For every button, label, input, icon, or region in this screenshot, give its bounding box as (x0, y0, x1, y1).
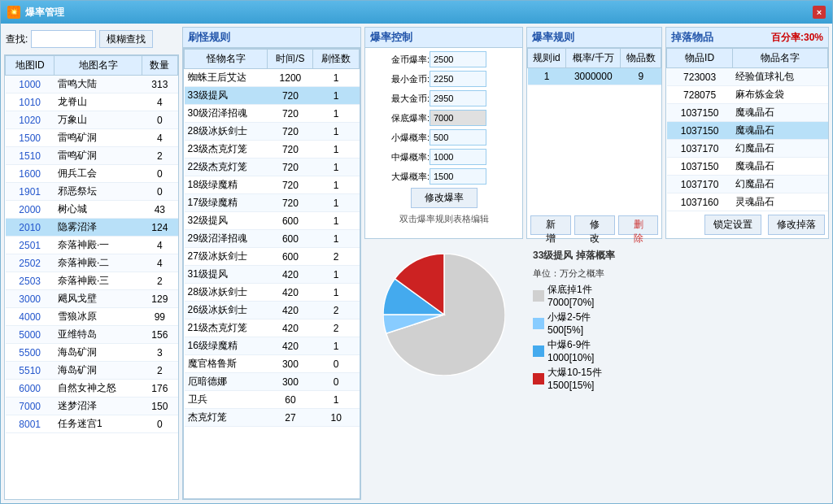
drop-row[interactable]: 723003经验值球礼包 (667, 68, 828, 86)
rate-label-min_gold: 最小金币: (369, 73, 430, 85)
drop-table-container[interactable]: 物品ID 物品名字 723003经验值球礼包728075麻布炼金袋1037150… (666, 48, 828, 211)
main-window: 💥 爆率管理 × 查找: 模糊查找 地图ID 地图名字 数量 (0, 0, 833, 504)
monster-row[interactable]: 28级冰妖剑士7201 (185, 123, 360, 141)
lock-settings-button[interactable]: 锁定设置 (704, 215, 761, 235)
monster-row[interactable]: 27级冰妖剑士6002 (185, 248, 360, 266)
window-title: 爆率管理 (25, 6, 64, 20)
rate-input-min_gold[interactable] (430, 71, 486, 87)
map-row[interactable]: 2502奈落神殿·二4 (6, 254, 178, 272)
map-row[interactable]: 2503奈落神殿·三2 (6, 272, 178, 290)
map-row[interactable]: 5510海岛矿洞2 (6, 362, 178, 380)
rate-row-min_gold: 最小金币: (369, 71, 519, 87)
map-row[interactable]: 1901邪恶祭坛0 (6, 183, 178, 201)
double-click-hint: 双击爆率规则表格编辑 (369, 211, 519, 227)
drop-row[interactable]: 1037150魔魂晶石 (667, 122, 828, 140)
drop-row[interactable]: 1037150魔魂晶石 (667, 158, 828, 176)
rule-count-header: 物品数 (621, 49, 661, 68)
drop-row[interactable]: 1037160灵魂晶石 (667, 193, 828, 211)
monster-row[interactable]: 26级冰妖剑士4202 (185, 302, 360, 319)
rate-row-mid_rate: 中爆概率: (369, 149, 519, 165)
chart-area: 33级提风 掉落概率 单位：万分之概率 保底掉1件 7000[70%]小爆2-5… (364, 242, 829, 500)
map-id-header: 地图ID (6, 56, 55, 76)
monster-row[interactable]: 22级杰克灯笼7201 (185, 159, 360, 176)
map-row[interactable]: 1020万象山0 (6, 111, 178, 129)
item-id-header: 物品ID (667, 49, 732, 68)
monster-panel: 刷怪规则 怪物名字 时间/S 刷怪数 蜘蛛王后艾达1200133级提风72013… (182, 27, 361, 500)
monster-row[interactable]: 17级绿魔精7201 (185, 194, 360, 212)
map-table-container[interactable]: 地图ID 地图名字 数量 1000雷鸣大陆3131010龙脊山41020万象山0… (4, 54, 179, 500)
monster-row[interactable]: 31级提风4201 (185, 266, 360, 284)
modify-rule-button[interactable]: 修改 (574, 215, 615, 235)
rate-input-big_rate[interactable] (430, 168, 486, 185)
left-panel: 查找: 模糊查找 地图ID 地图名字 数量 1000雷鸣大陆3131010龙脊山… (4, 27, 179, 500)
right-section: 爆率控制 金币爆率:最小金币:最大金币:保底爆率:小爆概率:中爆概率:大爆概率:… (364, 27, 829, 500)
fuzzy-search-button[interactable]: 模糊查找 (99, 30, 153, 48)
rate-input-gold_rate[interactable] (430, 51, 486, 67)
rate-input-small_rate[interactable] (430, 129, 486, 146)
monster-row[interactable]: 30级沼泽招魂7201 (185, 105, 360, 123)
explosion-rules-table-container[interactable]: 规则id 概率/千万 物品数 130000009 (527, 48, 661, 212)
drop-row[interactable]: 1037170幻魔晶石 (667, 140, 828, 158)
monster-row[interactable]: 29级沼泽招魂6001 (185, 230, 360, 248)
monster-table-container[interactable]: 怪物名字 时间/S 刷怪数 蜘蛛王后艾达1200133级提风720130级沼泽招… (183, 48, 360, 499)
drop-row[interactable]: 1037170幻魔晶石 (667, 176, 828, 193)
monster-row[interactable]: 32级提风6001 (185, 212, 360, 230)
monster-row[interactable]: 卫兵601 (185, 391, 360, 409)
map-row[interactable]: 1510雷鸣矿洞2 (6, 147, 178, 165)
monster-row[interactable]: 杰克灯笼2710 (185, 409, 360, 427)
rate-input-base_rate[interactable] (430, 110, 486, 126)
chart-panel (364, 242, 523, 500)
monster-row[interactable]: 16级绿魔精4201 (185, 337, 360, 355)
map-row[interactable]: 6000自然女神之怒176 (6, 380, 178, 398)
map-table: 地图ID 地图名字 数量 1000雷鸣大陆3131010龙脊山41020万象山0… (5, 55, 178, 433)
rate-row-gold_rate: 金币爆率: (369, 51, 519, 67)
map-count-header: 数量 (142, 56, 177, 76)
monster-row[interactable]: 18级绿魔精7201 (185, 176, 360, 194)
drop-row[interactable]: 1037150魔魂晶石 (667, 104, 828, 122)
map-row[interactable]: 5000亚维特岛156 (6, 326, 178, 344)
monster-table: 怪物名字 时间/S 刷怪数 蜘蛛王后艾达1200133级提风720130级沼泽招… (184, 49, 360, 427)
map-row[interactable]: 1500雷鸣矿洞4 (6, 129, 178, 147)
rate-label-mid_rate: 中爆概率: (369, 151, 430, 163)
rate-input-mid_rate[interactable] (430, 149, 486, 165)
rate-input-max_gold[interactable] (430, 90, 486, 106)
modify-rate-button[interactable]: 修改爆率 (411, 188, 478, 208)
explosion-rules-table: 规则id 概率/千万 物品数 130000009 (527, 48, 661, 85)
rate-row-max_gold: 最大金币: (369, 90, 519, 106)
rules-buttons: 新增 修改 删除 (527, 212, 661, 238)
delete-rule-button[interactable]: 删除 (618, 215, 659, 235)
new-rule-button[interactable]: 新增 (530, 215, 571, 235)
map-row[interactable]: 2501奈落神殿·一4 (6, 237, 178, 254)
map-row[interactable]: 2000树心城43 (6, 201, 178, 219)
map-row[interactable]: 3000飓风戈壁129 (6, 290, 178, 308)
monster-row[interactable]: 28级冰妖剑士4201 (185, 284, 360, 302)
map-row[interactable]: 5500海岛矿洞3 (6, 344, 178, 362)
monster-row[interactable]: 23级杰克灯笼7201 (185, 141, 360, 159)
rate-label-big_rate: 大爆概率: (369, 171, 430, 183)
rule-row[interactable]: 130000009 (528, 68, 661, 85)
legend-color (533, 373, 544, 385)
monster-row[interactable]: 33级提风7201 (185, 87, 360, 105)
monster-row[interactable]: 21级杰克灯笼4202 (185, 319, 360, 337)
drop-row[interactable]: 728075麻布炼金袋 (667, 86, 828, 104)
map-row[interactable]: 1000雷鸣大陆313 (6, 76, 178, 93)
map-row[interactable]: 7000迷梦沼泽150 (6, 398, 178, 415)
monster-row[interactable]: 厄暗德娜3000 (185, 373, 360, 391)
monster-count-header: 刷怪数 (313, 50, 360, 69)
map-row[interactable]: 1600佣兵工会0 (6, 165, 178, 183)
close-button[interactable]: × (813, 6, 826, 19)
monster-row[interactable]: 魔官格鲁斯3000 (185, 355, 360, 373)
title-bar: 💥 爆率管理 × (1, 1, 832, 24)
map-row[interactable]: 2010隐雾沼泽124 (6, 219, 178, 237)
modify-drop-button[interactable]: 修改掉落 (768, 215, 825, 235)
map-row[interactable]: 4000雪狼冰原99 (6, 308, 178, 326)
map-row[interactable]: 1010龙脊山4 (6, 93, 178, 111)
legend-label: 中爆6-9件 1000[10%] (547, 338, 622, 363)
monster-row[interactable]: 蜘蛛王后艾达12001 (185, 69, 360, 87)
drop-table: 物品ID 物品名字 723003经验值球礼包728075麻布炼金袋1037150… (666, 48, 828, 211)
search-label: 查找: (6, 33, 28, 46)
search-input[interactable] (31, 30, 96, 48)
legend-label: 大爆10-15件 1500[15%] (547, 366, 622, 391)
monster-section-title: 刷怪规则 (183, 28, 360, 48)
map-row[interactable]: 8001任务迷宫10 (6, 415, 178, 433)
